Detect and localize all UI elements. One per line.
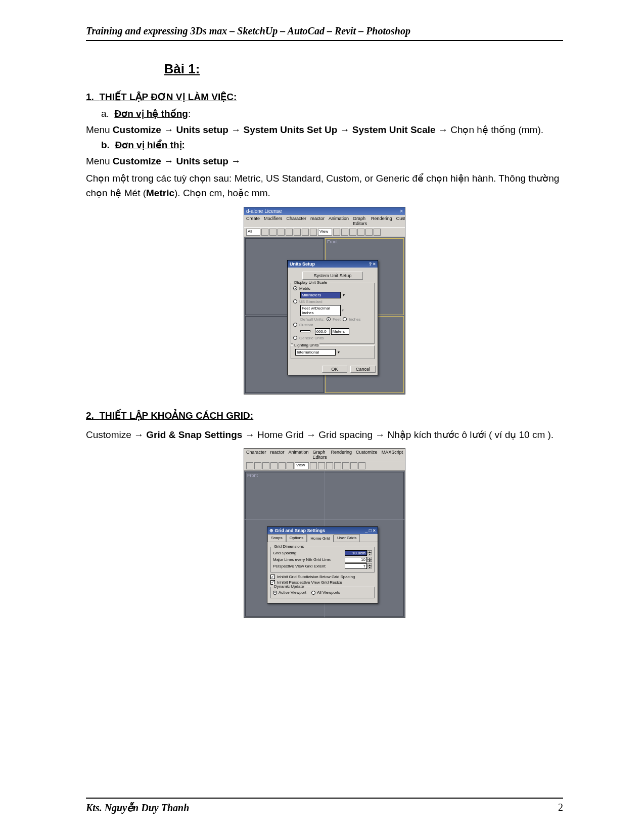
units-setup-dialog: Units Setup ? × System Unit Setup Displa…	[287, 260, 378, 375]
radio-feet	[327, 317, 331, 321]
custom-value: 660.0	[315, 328, 330, 335]
tab-user-grids[interactable]: User Grids	[334, 534, 360, 542]
section-1-heading: 1. THIẾT LẬP ĐƠN VỊ LÀM VIỆC:	[86, 91, 563, 103]
group-label: Dynamic Update	[273, 584, 305, 589]
radio-active-viewport[interactable]	[273, 591, 277, 595]
tool-icon[interactable]	[286, 229, 293, 236]
menu-item[interactable]: MAXScript	[382, 450, 403, 460]
tool-icon[interactable]	[334, 462, 341, 469]
custom-field	[300, 330, 310, 332]
radio-metric[interactable]	[293, 286, 297, 290]
menu-item[interactable]: Animation	[329, 216, 349, 226]
tab-home-grid[interactable]: Home Grid	[307, 535, 334, 542]
tool-icon[interactable]	[365, 229, 373, 236]
tab-snaps[interactable]: Snaps	[267, 534, 286, 542]
radio-custom[interactable]	[293, 323, 297, 327]
us-unit-select: Feet w/Decimal Inches	[300, 305, 341, 316]
tool-icon[interactable]	[333, 229, 340, 236]
subsection-1a: a. Đơn vị hệ thống:	[101, 108, 563, 119]
dropdown-icon[interactable]: ▾	[338, 350, 340, 355]
cancel-button[interactable]: Cancel	[350, 366, 376, 373]
dialog-close-icons[interactable]: _ □ ×	[365, 528, 376, 533]
line-1b-menu: Menu Customize → Units setup →	[86, 154, 563, 168]
menu-item[interactable]: Graph Editors	[353, 216, 367, 226]
tool-icon[interactable]	[318, 462, 325, 469]
grid-snap-dialog: ⊕ Grid and Snap Settings _ □ × Snaps Opt…	[267, 526, 378, 603]
group-label: Lighting Units	[293, 343, 319, 347]
menu-item[interactable]: Create	[246, 216, 260, 226]
menu-item[interactable]: reactor	[270, 450, 285, 460]
menu-item[interactable]: Character	[246, 450, 266, 460]
grid-spacing-input[interactable]: 10.0cm	[345, 550, 367, 556]
app-menubar[interactable]: Create Modifiers Character reactor Anima…	[244, 215, 405, 227]
major-lines-input[interactable]: 10	[345, 557, 367, 562]
menu-item[interactable]: Modifiers	[264, 216, 283, 226]
tool-icon[interactable]	[326, 462, 333, 469]
tool-icon[interactable]	[269, 229, 277, 236]
menu-item[interactable]: Customize	[396, 216, 405, 226]
tool-icon[interactable]	[279, 462, 286, 469]
tool-icon[interactable]	[310, 229, 317, 236]
metric-unit-select[interactable]: Millimeters	[300, 292, 341, 298]
tool-icon[interactable]	[349, 229, 356, 236]
tool-icon[interactable]	[246, 462, 253, 469]
tool-icon[interactable]	[357, 229, 364, 236]
screenshot-units-setup: d-alone License× Create Modifiers Charac…	[244, 207, 405, 394]
lesson-title: Bài 1:	[131, 61, 233, 77]
app-titlebar: d-alone License×	[244, 207, 405, 215]
radio-all-viewports[interactable]	[311, 591, 315, 595]
ref-dropdown[interactable]: View	[295, 462, 309, 469]
menu-item[interactable]: Graph Editors	[313, 450, 327, 460]
app-toolbar[interactable]: All View	[244, 227, 405, 237]
tool-icon[interactable]	[350, 462, 357, 469]
tool-icon[interactable]	[287, 462, 294, 469]
spinner-icon[interactable]: ▴▾	[367, 550, 372, 556]
screenshot-grid-snap: Character reactor Animation Graph Editor…	[244, 448, 405, 618]
checkbox-inhibit-subdiv[interactable]: ✓	[270, 575, 275, 579]
tool-icon[interactable]	[358, 462, 365, 469]
persp-extent-input[interactable]: 7	[345, 563, 367, 569]
tab-options[interactable]: Options	[286, 534, 307, 542]
dialog-tabs[interactable]: Snaps Options Home Grid User Grids	[267, 534, 378, 542]
author-name: Kts. Nguyễn Duy Thanh	[86, 802, 189, 814]
radio-us[interactable]	[293, 299, 297, 303]
radio-inches	[343, 317, 347, 321]
tool-icon[interactable]	[254, 462, 261, 469]
viewport-label: Front	[247, 473, 258, 478]
group-label: Grid Dimensions	[273, 544, 305, 549]
tool-icon[interactable]	[270, 462, 278, 469]
app-menubar[interactable]: Character reactor Animation Graph Editor…	[244, 449, 405, 461]
dialog-close-icons[interactable]: ? ×	[369, 261, 376, 267]
menu-item[interactable]: Animation	[289, 450, 309, 460]
custom-unit-select: Meters	[331, 328, 349, 335]
spinner-icon[interactable]: ▴▾	[367, 563, 372, 569]
menu-item[interactable]: reactor	[310, 216, 325, 226]
subsection-1b: b. Đơn vị hiển thị:	[101, 139, 563, 151]
page-header: Training and expressing 3Ds max – Sketch…	[86, 25, 563, 41]
section-2-heading: 2. THIẾT LẬP KHOẢNG CÁCH GRID:	[86, 410, 563, 421]
tool-icon[interactable]	[302, 229, 309, 236]
spinner-icon[interactable]: ▴▾	[367, 557, 372, 562]
menu-item[interactable]: Customize	[356, 450, 378, 460]
ok-button[interactable]: OK	[322, 366, 347, 373]
line-2: Customize → Grid & Snap Settings → Home …	[86, 427, 563, 442]
tool-icon[interactable]	[261, 229, 268, 236]
system-unit-setup-button[interactable]: System Unit Setup	[302, 272, 363, 280]
tool-icon[interactable]	[262, 462, 269, 469]
tool-icon[interactable]	[342, 462, 349, 469]
page-footer: Kts. Nguyễn Duy Thanh 2	[86, 798, 563, 814]
filter-dropdown[interactable]: All	[246, 229, 260, 236]
menu-item[interactable]: Rendering	[371, 216, 392, 226]
menu-item[interactable]: Rendering	[331, 450, 352, 460]
menu-item[interactable]: Character	[287, 216, 307, 226]
radio-generic[interactable]	[293, 336, 297, 340]
ref-dropdown[interactable]: View	[318, 229, 332, 236]
lighting-unit-select[interactable]: International	[295, 349, 336, 356]
tool-icon[interactable]	[374, 229, 381, 236]
app-toolbar[interactable]: View	[244, 461, 405, 471]
tool-icon[interactable]	[310, 462, 317, 469]
dropdown-icon[interactable]: ▾	[343, 293, 345, 297]
tool-icon[interactable]	[278, 229, 285, 236]
tool-icon[interactable]	[341, 229, 348, 236]
tool-icon[interactable]	[294, 229, 301, 236]
